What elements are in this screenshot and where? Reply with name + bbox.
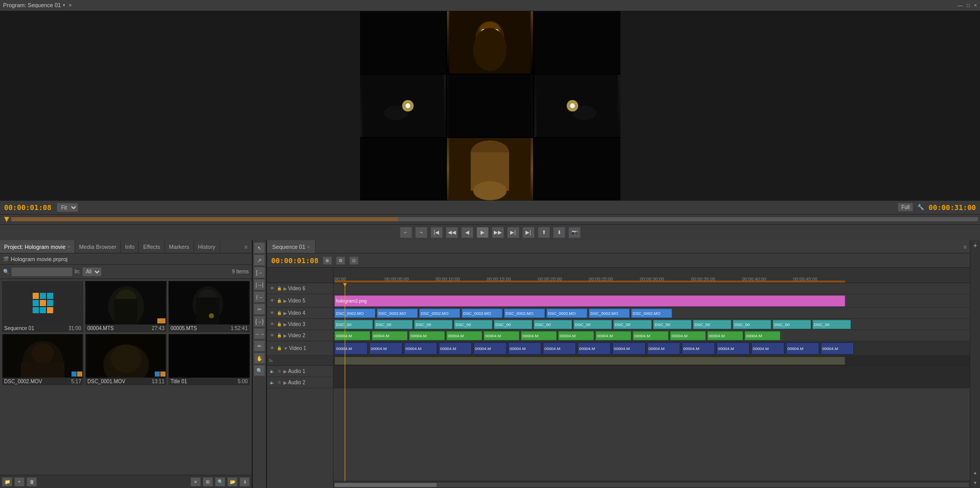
track-expand-audio1[interactable]: ▶ [283,369,287,374]
clip-v4-7[interactable]: DSC_0002.MO [589,309,630,318]
track-mute-audio1[interactable]: 🔈 [269,368,275,375]
clip-v4-8[interactable]: DSC_0002.MO [631,309,672,318]
clip-v2-8[interactable]: 00004.M [595,331,631,340]
mark-in-btn[interactable]: ⌐ [400,227,412,238]
wrench-icon[interactable]: 🔧 [917,204,924,211]
track-eye-video6[interactable]: 👁 [269,286,275,292]
rate-stretch-tool[interactable]: ⟨→ [254,291,265,303]
next-frame-btn[interactable]: ▶▶ [492,227,504,238]
clip-v3-1[interactable]: DSC_00 [334,320,373,329]
slip-tool[interactable]: {→} [254,316,265,327]
track-eye-video1[interactable]: 👁 [269,345,275,352]
tab-project[interactable]: Project: Hologram movie × [0,240,75,253]
playhead[interactable] [345,283,345,481]
window-close-btn[interactable]: × [974,3,977,8]
track-eye-video5[interactable]: 👁 [269,298,275,304]
full-dropdown[interactable]: Full [898,203,913,212]
thumbnail-dsc0001[interactable]: DSC_0001.MOV 13:11 [85,334,166,385]
clip-v1-1[interactable]: 00004.M [334,342,368,355]
track-lock-video6[interactable]: 🔒 [276,286,282,292]
track-video6[interactable] [333,283,970,294]
track-select-tool[interactable]: ↗ [254,254,265,266]
tab-project-close[interactable]: × [67,244,70,249]
next-edit-btn[interactable]: ▶| [507,227,519,238]
clip-v4-6[interactable]: DSC_0002.MO [546,309,587,318]
clip-v2-11[interactable]: 00004.M [707,331,743,340]
timeline-tab-close[interactable]: × [307,244,310,249]
clip-v1-13[interactable]: 00004.M [751,342,784,355]
tab-info[interactable]: Info [121,240,139,253]
track-video4[interactable]: DSC_0002.MO DSC_0002.MO DSC_0002.MO DSC_… [333,308,970,319]
track-lock-video4[interactable]: 🔒 [276,310,282,316]
track-eye-video2[interactable]: 👁 [269,333,275,339]
goto-in-btn[interactable]: |◀ [431,227,443,238]
track-expand-video4[interactable]: ▶ [283,311,287,316]
track-solo-audio2[interactable]: S [276,380,282,386]
thumbnail-title01[interactable]: Title 01 5:00 [169,334,250,385]
track-lock-video2[interactable]: 🔒 [276,333,282,339]
track-expand-video1[interactable]: ▼ [283,346,288,351]
clip-v2-5[interactable]: 00004.M [484,331,519,340]
razor-tool[interactable]: ✂ [254,304,265,315]
camera-btn[interactable]: 📷 [568,227,581,238]
clip-v3-13[interactable]: DSC_00 [812,320,851,329]
clip-v2-9[interactable]: 00004.M [633,331,668,340]
icon-view-btn[interactable]: ⊞ [203,477,213,486]
play-reverse-btn[interactable]: ◀ [461,227,473,238]
clip-v3-7[interactable]: DSC_00 [573,320,612,329]
clip-v4-4[interactable]: DSC_0002.MO [462,309,503,318]
track-audio2[interactable] [333,377,970,388]
clip-v3-4[interactable]: DSC_00 [454,320,492,329]
list-view-btn[interactable]: ≡ [190,477,201,486]
clip-v1-7[interactable]: 00004.M [543,342,576,355]
clip-v2-2[interactable]: 00004.M [372,331,408,340]
track-lock-video1[interactable]: 🔒 [276,345,282,352]
clip-v2-7[interactable]: 00004.M [558,331,594,340]
clip-hologram2[interactable]: hologram2.png [334,295,845,307]
select-tool[interactable]: ↖ [254,242,265,253]
pen-tool[interactable]: ✏ [254,340,265,352]
track-video3[interactable]: DSC_00 DSC_00 DSC_00 DSC_00 DSC_00 [333,319,970,330]
track-mute-audio2[interactable]: 🔈 [269,380,275,386]
new-bin-btn[interactable]: 📁 [2,477,12,486]
clip-v1-10[interactable]: 00004.M [647,342,680,355]
play-btn[interactable]: ▶ [476,227,489,238]
fx-track-row[interactable] [333,356,970,366]
folder-btn[interactable]: 📂 [227,477,237,486]
clip-v2-1[interactable]: 00004.M [334,331,370,340]
panel-menu-btn[interactable]: ≡ [241,242,252,252]
track-expand-video3[interactable]: ▶ [283,322,287,327]
work-area-bar[interactable] [334,281,845,283]
scrollbar-thumb[interactable] [334,483,437,487]
clip-v1-11[interactable]: 00004.M [682,342,715,355]
tab-history[interactable]: History [194,240,220,253]
clip-v3-11[interactable]: DSC_00 [733,320,771,329]
search-input[interactable] [11,267,73,276]
track-audio1[interactable] [333,366,970,377]
timeline-playhead-sync[interactable]: ⊙ [349,257,358,265]
clip-v3-10[interactable]: DSC_00 [693,320,731,329]
thumbnail-00005mts[interactable]: 00005.MTS 1:52:41 [169,281,250,332]
timeline-ruler[interactable]: 00:00 00:00:05:00 00:00:10:00 00:00:15:0… [333,268,970,283]
timeline-settings[interactable]: ⚙ [336,257,345,265]
track-eye-video3[interactable]: 👁 [269,321,275,328]
program-monitor-dropdown-arrow[interactable]: ▾ [63,3,65,8]
track-video2[interactable]: 00004.M 00004.M 00004.M 00004.M 00004.M [333,330,970,341]
add-track-btn[interactable]: + [970,240,980,250]
info-btn-bottom[interactable]: ℹ [240,477,250,486]
track-video1[interactable]: 00004.M 00004.M 00004.M 00004.M 00004.M [333,341,970,356]
track-expand-audio2[interactable]: ▶ [283,380,287,385]
clip-v2-4[interactable]: 00004.M [446,331,482,340]
track-expand-video2[interactable]: ▶ [283,333,287,338]
goto-out-btn[interactable]: ▶| [522,227,535,238]
tab-media-browser[interactable]: Media Browser [75,240,121,253]
fit-dropdown[interactable]: Fit [57,203,78,212]
clip-v2-10[interactable]: 00004.M [670,331,706,340]
clip-v1-14[interactable]: 00004.M [786,342,819,355]
clip-v4-3[interactable]: DSC_0002.MO [419,309,460,318]
right-scroll-down[interactable]: ▼ [970,478,980,488]
clip-v1-6[interactable]: 00004.M [508,342,541,355]
extract-btn[interactable]: ⬇ [553,227,565,238]
mark-out-btn[interactable]: ¬ [415,227,427,238]
timeline-menu-btn[interactable]: ≡ [964,244,967,250]
